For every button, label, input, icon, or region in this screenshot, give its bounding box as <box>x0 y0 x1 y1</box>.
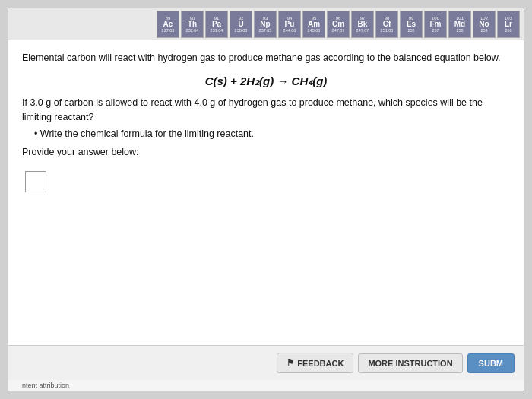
element-np: 93 Np 237.05 <box>254 11 277 38</box>
intro-text: Elemental carbon will react with hydroge… <box>22 51 510 65</box>
screen: 89 Ac 227.03 90 Th 232.04 91 Pa 231.04 9… <box>8 8 524 391</box>
element-lr: 103 Lr 266 <box>497 11 520 38</box>
element-no: 102 No 259 <box>473 11 496 38</box>
bullet-item: • Write the chemical formula for the lim… <box>34 128 510 139</box>
question-text: If 3.0 g of carbon is allowed to react w… <box>22 96 510 125</box>
main-content: Elemental carbon will react with hydroge… <box>8 40 524 345</box>
element-th: 90 Th 232.04 <box>181 11 204 38</box>
element-pa: 91 Pa 231.04 <box>205 11 228 38</box>
submit-button[interactable]: SUBM <box>467 353 515 373</box>
answer-checkbox[interactable] <box>25 171 46 192</box>
element-cf: 98 Cf 251.08 <box>375 11 398 38</box>
element-pu: 94 Pu 244.06 <box>278 11 301 38</box>
chemical-equation: C(s) + 2H₂(g) → CH₄(g) <box>22 74 510 88</box>
element-bk: 97 Bk 247.07 <box>351 11 374 38</box>
element-cm: 96 Cm 247.07 <box>327 11 350 38</box>
element-md: 101 Md 258 <box>448 11 471 38</box>
element-fm: 100 Fm 257 <box>424 11 447 38</box>
more-instruction-button[interactable]: MORE INSTRUCTION <box>358 353 462 373</box>
attribution: ntent attribution <box>8 380 524 391</box>
element-am: 95 Am 243.06 <box>302 11 325 38</box>
element-u: 92 U 238.03 <box>230 11 252 38</box>
bottom-toolbar: ⚑ FEEDBACK MORE INSTRUCTION SUBM <box>8 345 524 380</box>
element-es: 99 Es 252 <box>400 11 423 38</box>
answer-area <box>22 163 510 339</box>
provide-text: Provide your answer below: <box>22 147 510 157</box>
flag-icon: ⚑ <box>287 358 294 368</box>
element-ac: 89 Ac 227.03 <box>157 11 179 38</box>
periodic-strip: 89 Ac 227.03 90 Th 232.04 91 Pa 231.04 9… <box>8 8 524 40</box>
feedback-button[interactable]: ⚑ FEEDBACK <box>277 353 353 373</box>
